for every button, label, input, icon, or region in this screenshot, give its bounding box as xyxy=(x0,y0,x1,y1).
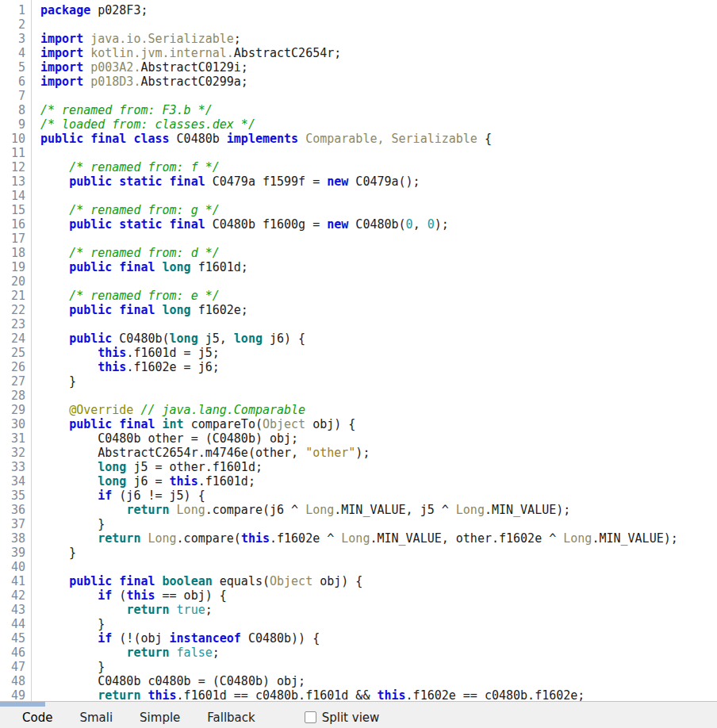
code-token: C0480b f1600g = xyxy=(205,217,328,232)
code-line[interactable]: import p003A2.AbstractC0129i; xyxy=(40,60,717,75)
code-line[interactable]: import kotlin.jvm.internal.AbstractC2654… xyxy=(40,46,717,60)
code-token xyxy=(40,174,69,189)
tab-list: CodeSmaliSimpleFallback xyxy=(9,711,269,725)
code-token xyxy=(40,574,69,588)
code-token: implements xyxy=(227,132,298,146)
code-line[interactable]: long j5 = other.f1601d; xyxy=(40,460,717,474)
code-line[interactable]: public final boolean equals(Object obj) … xyxy=(40,574,717,588)
code-line[interactable]: return true; xyxy=(40,603,717,617)
code-line[interactable]: /* renamed from: f */ xyxy=(40,160,717,174)
code-line[interactable] xyxy=(40,146,717,160)
code-line[interactable]: @Override // java.lang.Comparable xyxy=(40,403,717,417)
code-line[interactable]: this.f1602e = j6; xyxy=(40,360,717,374)
code-token: .compare( xyxy=(177,531,241,546)
line-number: 33 xyxy=(0,460,25,474)
line-number: 27 xyxy=(0,374,25,389)
code-token: .f1602e = j6; xyxy=(126,360,219,374)
code-token: package xyxy=(40,3,90,17)
code-line[interactable]: /* renamed from: F3.b */ xyxy=(40,103,717,117)
code-token: .compare(j6 ^ xyxy=(205,503,305,517)
code-line[interactable]: } xyxy=(40,374,717,389)
code-token xyxy=(170,503,177,517)
code-token: == obj) { xyxy=(155,588,227,603)
line-number: 31 xyxy=(0,431,25,446)
code-line[interactable]: } xyxy=(40,660,717,674)
code-line[interactable]: return Long.compare(this.f1602e ^ Long.M… xyxy=(40,531,717,546)
code-line[interactable] xyxy=(40,89,717,103)
code-token: if xyxy=(98,489,112,503)
code-token: AbstractC0299a; xyxy=(140,75,247,89)
code-token: Object xyxy=(263,417,305,431)
code-line[interactable]: /* renamed from: d */ xyxy=(40,246,717,260)
horizontal-scrollbar-thumb[interactable] xyxy=(0,702,45,707)
code-line[interactable] xyxy=(40,189,717,203)
code-line[interactable]: } xyxy=(40,617,717,631)
code-line[interactable]: public final int compareTo(Object obj) { xyxy=(40,417,717,431)
code-line[interactable] xyxy=(40,274,717,289)
code-line[interactable]: public static final C0479a f1599f = new … xyxy=(40,174,717,189)
code-token xyxy=(40,246,69,260)
code-line[interactable] xyxy=(40,17,717,32)
code-token: .f1602e == c0480b.f1602e; xyxy=(406,688,585,701)
code-line[interactable]: public static final C0480b f1600g = new … xyxy=(40,217,717,232)
code-line[interactable]: this.f1601d = j5; xyxy=(40,346,717,360)
code-line[interactable]: AbstractC2654r.m4746e(other, "other"); xyxy=(40,446,717,460)
line-number: 17 xyxy=(0,232,25,246)
code-token xyxy=(40,417,69,431)
code-token: return xyxy=(98,531,140,546)
code-line[interactable]: public final class C0480b implements Com… xyxy=(40,132,717,146)
code-line[interactable]: if (!(obj instanceof C0480b)) { xyxy=(40,631,717,646)
code-line[interactable]: } xyxy=(40,546,717,560)
code-line[interactable]: public C0480b(long j5, long j6) { xyxy=(40,331,717,346)
code-line[interactable]: long j6 = this.f1601d; xyxy=(40,474,717,489)
code-token: new xyxy=(327,217,348,232)
code-token: .MIN_VALUE, other.f1602e ^ xyxy=(370,531,563,546)
code-line[interactable]: if (j6 != j5) { xyxy=(40,489,717,503)
code-line[interactable] xyxy=(40,317,717,331)
code-token: } xyxy=(40,517,105,531)
code-content[interactable]: package p028F3;import java.io.Serializab… xyxy=(32,0,717,701)
code-token: long xyxy=(98,474,126,489)
code-token: public final xyxy=(69,260,155,274)
code-token: /* renamed from: e */ xyxy=(69,289,220,303)
split-view-toggle[interactable]: Split view xyxy=(305,711,380,725)
horizontal-scrollbar[interactable] xyxy=(0,701,717,707)
code-token xyxy=(40,403,69,417)
code-line[interactable]: } xyxy=(40,517,717,531)
line-number: 26 xyxy=(0,360,25,374)
code-line[interactable]: import p018D3.AbstractC0299a; xyxy=(40,75,717,89)
code-line[interactable]: return this.f1601d == c0480b.f1601d && t… xyxy=(40,688,717,701)
code-line[interactable]: /* renamed from: g */ xyxy=(40,203,717,217)
code-line[interactable]: import java.io.Serializable; xyxy=(40,32,717,46)
code-token: this xyxy=(126,588,155,603)
tab-fallback[interactable]: Fallback xyxy=(194,711,268,725)
tab-smali[interactable]: Smali xyxy=(66,711,126,725)
code-line[interactable]: package p028F3; xyxy=(40,3,717,17)
code-token: C0479a f1599f = xyxy=(205,174,328,189)
code-line[interactable]: C0480b c0480b = (C0480b) obj; xyxy=(40,674,717,688)
tab-simple[interactable]: Simple xyxy=(126,711,194,725)
code-token: Long xyxy=(456,503,485,517)
line-number: 46 xyxy=(0,646,25,660)
code-line[interactable]: /* loaded from: classes.dex */ xyxy=(40,117,717,132)
tab-code[interactable]: Code xyxy=(9,711,66,725)
code-token: .MIN_VALUE, j5 ^ xyxy=(334,503,456,517)
code-line[interactable] xyxy=(40,560,717,574)
line-number: 45 xyxy=(0,631,25,646)
code-line[interactable] xyxy=(40,232,717,246)
code-line[interactable]: return false; xyxy=(40,646,717,660)
code-line[interactable] xyxy=(40,389,717,403)
code-token: long xyxy=(163,303,191,317)
code-line[interactable]: /* renamed from: e */ xyxy=(40,289,717,303)
code-editor[interactable]: 1234567891011121314151617181920212223242… xyxy=(0,0,717,701)
code-line[interactable]: if (this == obj) { xyxy=(40,588,717,603)
line-number: 21 xyxy=(0,289,25,303)
code-line[interactable]: return Long.compare(j6 ^ Long.MIN_VALUE,… xyxy=(40,503,717,517)
code-line[interactable]: public final long f1602e; xyxy=(40,303,717,317)
code-line[interactable]: public final long f1601d; xyxy=(40,260,717,274)
split-view-checkbox[interactable] xyxy=(305,711,316,723)
code-token xyxy=(170,646,177,660)
line-number: 11 xyxy=(0,146,25,160)
code-line[interactable]: C0480b other = (C0480b) obj; xyxy=(40,431,717,446)
line-number: 2 xyxy=(0,17,25,32)
